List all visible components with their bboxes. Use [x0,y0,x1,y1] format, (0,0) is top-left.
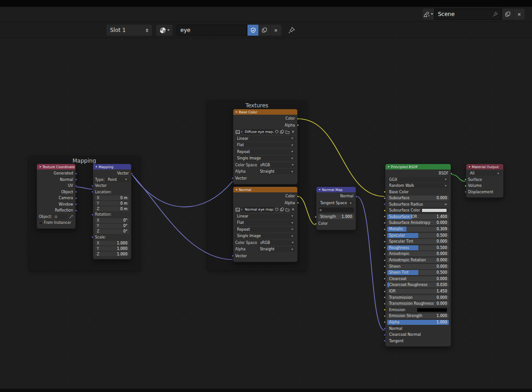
input-socket[interactable] [91,213,94,216]
output-socket[interactable] [297,195,299,197]
bsdf-input-row[interactable]: Transmission Roughness 0.000 [387,301,449,306]
node-header[interactable]: Principled BSDF [385,164,451,170]
output-socket[interactable] [450,172,453,175]
unlink-material-button[interactable]: × [270,25,281,36]
bsdf-input-row[interactable]: Subsurface IOR 1.400 [387,214,449,219]
input-socket[interactable] [384,228,386,230]
node-normal-map[interactable]: Normal Map Normal Tangent Space Strength [316,186,356,230]
color-space-dropdown[interactable]: sRGB [258,163,296,168]
source-dropdown[interactable]: Single Image [235,233,295,238]
image-name-field[interactable]: Normal eye map.... [243,207,274,212]
input-widget[interactable]: Subsurface IOR 1.400 [387,214,449,219]
browse-scene-button[interactable] [423,9,434,20]
input-socket[interactable] [384,222,386,224]
output-socket[interactable] [75,197,77,199]
vector-component-field[interactable]: Y 0° [95,224,129,228]
input-widget[interactable]: Transmission 0.000 [387,295,449,300]
input-socket[interactable] [384,290,386,292]
bsdf-input-row[interactable]: Base Color [387,190,449,195]
input-socket[interactable] [464,191,467,193]
bsdf-input-row[interactable]: Tangent [387,339,449,344]
input-widget[interactable]: Roughness 0.500 [387,245,449,250]
collapse-chevron-icon[interactable] [39,166,41,168]
input-socket[interactable] [384,191,386,193]
extension-dropdown[interactable]: Repeat [235,227,295,232]
open-image-button[interactable] [285,207,290,212]
input-widget[interactable]: Normal [387,326,449,331]
input-widget[interactable]: Anisotropic Rotation 0.000 [387,258,449,263]
output-socket[interactable] [75,209,77,212]
collapse-chevron-icon[interactable] [319,189,321,191]
output-socket[interactable] [297,124,299,127]
type-dropdown[interactable]: Point [106,177,129,182]
new-scene-button[interactable] [502,9,513,20]
from-instancer-checkbox[interactable] [39,221,42,225]
fake-user-toggle[interactable] [248,25,258,36]
input-widget[interactable]: Sheen 0.000 [387,264,449,269]
bsdf-input-row[interactable]: Anisotropic Rotation 0.000 [387,258,449,263]
material-name-field[interactable]: eye [177,25,247,36]
vector-component-field[interactable]: X 0 m [95,196,129,200]
strength-field[interactable]: Strength 1.000 [318,214,354,219]
open-image-button[interactable] [285,129,290,134]
output-socket[interactable] [297,202,299,204]
input-socket[interactable] [384,203,386,206]
pin-icon[interactable] [492,11,498,17]
color-swatch[interactable] [417,308,447,312]
input-socket[interactable] [384,309,386,311]
input-socket[interactable] [315,216,317,218]
bsdf-input-row[interactable]: Clearcoat Normal [387,332,449,337]
output-socket[interactable] [355,195,358,197]
bsdf-input-row[interactable]: Emission Strength 1.000 [387,313,449,318]
interpolation-dropdown[interactable]: Linear [235,136,295,141]
bsdf-input-row[interactable]: Sheen Tint 0.500 [387,270,449,275]
bsdf-input-row[interactable]: Transmission 0.000 [387,295,449,300]
unlink-image-button[interactable]: × [290,207,295,212]
input-widget[interactable]: Specular 0.500 [387,233,449,238]
unlink-image-button[interactable]: × [290,129,295,134]
uv-map-field[interactable] [318,207,354,212]
eyedropper-icon[interactable] [69,214,74,219]
input-widget[interactable]: Tangent [387,339,449,344]
node-image-texture-basecolor[interactable]: Base Color Color Alpha [233,109,298,185]
source-dropdown[interactable]: Single Image [235,156,295,161]
collapse-chevron-icon[interactable] [236,189,237,191]
input-socket[interactable] [91,185,94,187]
input-widget[interactable]: Sheen Tint 0.500 [387,270,449,275]
input-widget[interactable]: Subsurface Radius [387,202,449,207]
vector-component-field[interactable]: Z 0° [95,229,129,234]
output-socket[interactable] [297,117,299,120]
alpha-mode-dropdown[interactable]: Straight [258,247,295,252]
input-socket[interactable] [464,185,467,187]
output-socket[interactable] [75,203,77,206]
copy-image-button[interactable] [279,129,284,134]
node-mapping[interactable]: Mapping Vector Type: Point Vector Locati… [93,164,132,260]
node-header[interactable]: Mapping [93,164,131,170]
image-name-field[interactable]: Diffuse eye map.... [243,129,274,134]
input-socket[interactable] [384,284,386,286]
collapse-chevron-icon[interactable] [236,111,237,113]
node-texture-coordinate[interactable]: Texture Coordinate Generated Normal UV [37,164,76,229]
bsdf-input-row[interactable]: Clearcoat 0.000 [387,276,449,281]
input-socket[interactable] [384,240,386,243]
output-socket[interactable] [75,185,77,187]
input-widget[interactable]: Alpha 1.000 [387,320,449,325]
interpolation-dropdown[interactable]: Linear [235,214,295,219]
node-header[interactable]: Texture Coordinate [37,164,75,170]
output-socket[interactable] [75,172,77,175]
input-socket[interactable] [91,236,94,238]
input-socket[interactable] [464,179,467,181]
node-header[interactable]: Normal [233,187,297,192]
bsdf-input-row[interactable]: Subsurface Radius [387,202,449,207]
bsdf-input-row[interactable]: Subsurface Anisotropy 0.000 [387,220,449,225]
input-socket[interactable] [384,278,386,280]
input-socket[interactable] [384,253,386,255]
node-header[interactable]: Material Output [466,164,503,170]
input-socket[interactable] [384,265,386,268]
bsdf-input-row[interactable]: Specular Tint 0.000 [387,239,449,244]
input-widget[interactable]: Metallic 0.309 [387,227,449,232]
material-slot-select[interactable]: Slot 1 [106,25,152,36]
bsdf-input-row[interactable]: IOR 1.450 [387,289,449,294]
color-space-dropdown[interactable]: sRGB [258,240,296,245]
input-widget[interactable]: Subsurface Anisotropy 0.000 [387,220,449,225]
